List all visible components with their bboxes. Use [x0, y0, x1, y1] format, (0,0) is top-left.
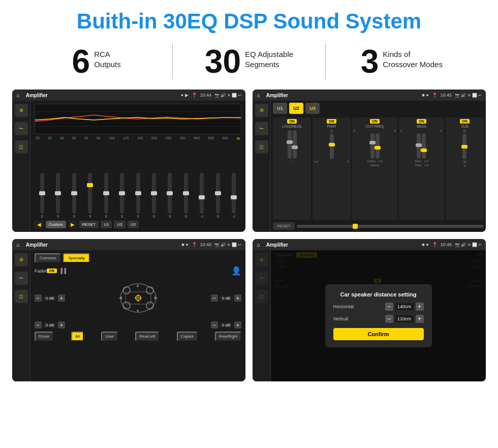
fader-db-plus-lb[interactable]: +	[58, 321, 65, 328]
loudness-label: LOUDNESS	[282, 125, 302, 128]
cutfreq-slider-2[interactable]	[376, 133, 380, 159]
screen-dialog: ⌂ Amplifier ■ ● 📍 10:46 📷 🔊 ✕ ⬜ ↩ ⚙ 〜 ◫	[253, 239, 486, 381]
crossover-sidebar-btn-2[interactable]: 〜	[255, 122, 268, 135]
eq-u2-button[interactable]: U2	[114, 221, 125, 228]
fader-tabs: Common Specialty	[35, 253, 241, 263]
eq-u3-button[interactable]: U3	[128, 221, 139, 228]
vertical-plus-button[interactable]: +	[416, 315, 424, 323]
eq-u1-button[interactable]: U1	[101, 221, 112, 228]
fader-btn-copilot[interactable]: Copilot	[177, 332, 198, 341]
crossover-reset-button[interactable]: RESET	[273, 222, 295, 230]
eq-prev-button[interactable]: ◀	[35, 220, 44, 229]
eq-slider-2[interactable]: 0	[67, 173, 81, 218]
eq-sidebar-btn-3[interactable]: ◫	[15, 140, 28, 154]
fader-toggle[interactable]: ON	[47, 268, 57, 273]
crossover-status: ■ ●	[422, 93, 428, 98]
fader-btn-driver[interactable]: Driver	[35, 332, 53, 341]
phat-slider[interactable]	[330, 134, 334, 159]
eq-slider-7[interactable]: 0	[146, 173, 161, 218]
u3-button[interactable]: U3	[305, 103, 320, 114]
crossover-home-icon[interactable]: ⌂	[257, 92, 260, 98]
fader-db-plus-rb[interactable]: +	[234, 321, 241, 328]
horizontal-plus-button[interactable]: +	[416, 303, 424, 311]
eq-slider-6[interactable]: 0	[131, 173, 145, 218]
home-icon[interactable]: ⌂	[16, 92, 20, 98]
fader-screen-title: Amplifier	[26, 242, 179, 248]
cutfreq-toggle[interactable]: ON	[370, 119, 380, 124]
vertical-minus-button[interactable]: −	[385, 315, 393, 323]
horizontal-value: 140cm	[395, 303, 414, 310]
eq-next-button[interactable]: ▶	[68, 220, 77, 229]
fader-home-icon[interactable]: ⌂	[16, 242, 20, 248]
eq-slider-12[interactable]: -1	[227, 173, 241, 218]
dialog-time: 10:46	[441, 242, 452, 247]
crossover-sidebar-btn-3[interactable]: ◫	[255, 140, 268, 154]
u2-button[interactable]: U2	[289, 103, 303, 114]
bass-slider-1[interactable]	[417, 133, 421, 159]
eq-slider-5[interactable]: 0	[114, 173, 129, 218]
crossover-sidebar-btn-1[interactable]: ⚙	[255, 104, 268, 117]
fader-bottom-buttons: Driver All User RearLeft Copilot RearRig…	[35, 332, 241, 341]
eq-sidebar-btn-2[interactable]: 〜	[15, 122, 28, 135]
bass-toggle[interactable]: ON	[417, 119, 426, 124]
fader-label: Fader	[35, 268, 47, 274]
horizontal-minus-button[interactable]: −	[385, 303, 393, 311]
vertical-stepper: − 110cm +	[385, 315, 424, 323]
u1-button[interactable]: U1	[273, 103, 287, 114]
eq-status-dots: ● ▶	[181, 93, 189, 98]
fader-btn-user[interactable]: User	[101, 332, 118, 341]
fader-time: 10:46	[200, 242, 212, 247]
cutfreq-sliders	[370, 133, 380, 159]
eq-screen-content: ⚙ 〜 ◫ 2	[12, 101, 245, 232]
eq-slider-1[interactable]: 0	[50, 173, 65, 218]
eq-sidebar-btn-1[interactable]: ⚙	[15, 104, 28, 117]
loudness-slider-2[interactable]	[293, 130, 297, 159]
confirm-button[interactable]: Confirm	[333, 328, 424, 340]
fader-db-minus-rb[interactable]: −	[211, 321, 218, 328]
fader-db-plus-rt[interactable]: +	[234, 294, 241, 302]
sub-slider[interactable]	[462, 134, 466, 159]
fader-btn-rearleft[interactable]: RearLeft	[135, 332, 159, 341]
sub-toggle[interactable]: ON	[460, 119, 470, 124]
status-bar-dialog: ⌂ Amplifier ■ ● 📍 10:46 📷 🔊 ✕ ⬜ ↩	[253, 239, 486, 250]
fader-screen-content: ⚙ 〜 ◫ Common Specialty Fader ON ▐▐ 👤	[12, 250, 245, 381]
svg-point-8	[146, 302, 153, 309]
fader-btn-rearright[interactable]: RearRight	[215, 332, 241, 341]
fader-db-minus-lt[interactable]: −	[35, 294, 42, 302]
eq-slider-3[interactable]: 5	[82, 173, 97, 218]
fader-tab-specialty[interactable]: Specialty	[63, 253, 89, 263]
phat-toggle[interactable]: ON	[327, 119, 336, 124]
fader-db-plus-lt[interactable]: +	[58, 294, 65, 302]
eq-slider-11[interactable]: 0	[210, 173, 225, 218]
fader-sidebar-btn-3[interactable]: ◫	[15, 290, 28, 303]
dialog-home-icon[interactable]: ⌂	[257, 242, 260, 248]
fader-db-right-bottom: − 0 dB +	[211, 321, 241, 328]
eq-slider-4[interactable]: 0	[99, 173, 113, 218]
fader-db-value-rt: 0 dB	[219, 295, 233, 301]
loudness-slider-1[interactable]	[288, 130, 292, 159]
fader-sidebar-btn-1[interactable]: ⚙	[15, 253, 28, 266]
eq-slider-9[interactable]: 0	[178, 173, 193, 218]
fader-db-minus-rt[interactable]: −	[211, 294, 218, 302]
bass-slider-2[interactable]	[422, 133, 426, 159]
eq-reset-button[interactable]: RESET	[79, 221, 99, 228]
fader-sidebar-btn-2[interactable]: 〜	[15, 272, 28, 285]
fader-btn-all[interactable]: All	[71, 332, 84, 341]
dialog-status: ■ ●	[422, 242, 428, 247]
stat-crossover-text: Kinds of Crossover Modes	[383, 45, 443, 69]
loudness-sliders	[288, 130, 297, 159]
loudness-toggle[interactable]: ON	[287, 119, 297, 124]
fader-main: Common Specialty Fader ON ▐▐ 👤 − 0 dB +	[30, 250, 245, 381]
fader-db-value-lt: 0 dB	[43, 295, 57, 301]
eq-custom-button[interactable]: Custom	[46, 221, 66, 228]
fader-db-minus-lb[interactable]: −	[35, 321, 42, 328]
fader-toggle-row: Fader ON ▐▐ 👤	[35, 266, 241, 276]
crossover-u-buttons: U1 U2 U3	[273, 103, 484, 114]
eq-slider-0[interactable]: 0	[35, 173, 49, 218]
fader-tab-common[interactable]: Common	[35, 253, 61, 263]
crossover-main: U1 U2 U3 ON LOUDNESS ~ ~	[271, 101, 486, 232]
eq-slider-8[interactable]: 0	[163, 173, 177, 218]
eq-slider-10[interactable]: -1	[195, 173, 209, 218]
svg-text:▼: ▼	[136, 309, 140, 313]
cutfreq-slider-1[interactable]	[370, 133, 375, 159]
